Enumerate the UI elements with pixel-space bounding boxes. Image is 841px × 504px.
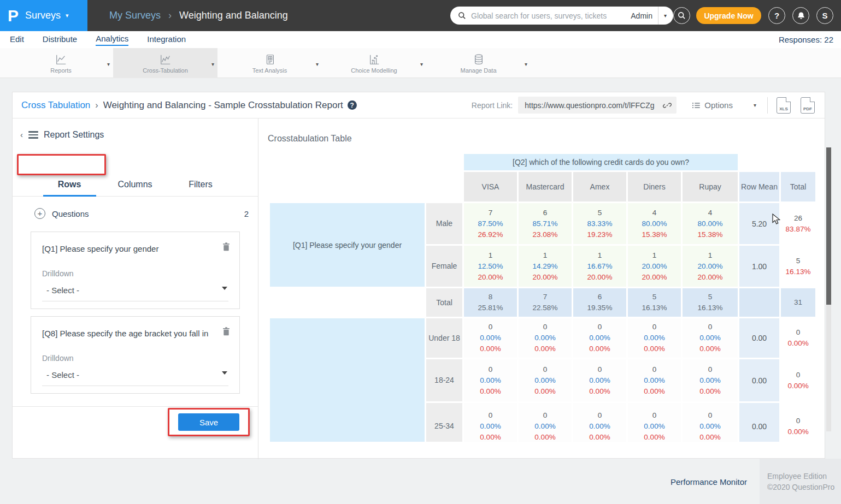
account-avatar[interactable]: S: [816, 7, 833, 24]
avatar-letter: S: [822, 11, 827, 20]
search-icon: [458, 11, 466, 20]
row-label: Under 18: [426, 318, 462, 358]
dropdown-caret-icon[interactable]: ▾: [316, 61, 319, 67]
add-question-button[interactable]: +: [34, 208, 45, 219]
delete-question-button[interactable]: [222, 327, 231, 339]
scrollbar-thumb[interactable]: [826, 147, 831, 305]
options-menu[interactable]: Options: [692, 100, 733, 110]
report-settings-toggle[interactable]: ‹ Report Settings: [20, 129, 104, 140]
toolbar-text-analysis[interactable]: Text Analysis ▾: [217, 48, 322, 78]
report-link-url[interactable]: https://www.questionpro.com/t/lFFCZg: [525, 101, 662, 110]
report-link-box[interactable]: https://www.questionpro.com/t/lFFCZg: [518, 97, 677, 114]
save-button[interactable]: Save: [178, 413, 239, 431]
drilldown-label: Drilldown: [42, 269, 74, 278]
select-caret-icon[interactable]: [222, 287, 227, 290]
row-total-cell: 00.00%: [781, 318, 815, 358]
xtab-cell: 480.00%15.38%: [628, 203, 681, 244]
link-icon[interactable]: [662, 100, 672, 110]
export-xls-button[interactable]: XLS: [777, 97, 791, 114]
xtab-cell: 112.50%20.00%: [464, 246, 517, 287]
xtab-cell: 120.00%20.00%: [683, 246, 738, 287]
tab-integration[interactable]: Integration: [147, 34, 186, 45]
crosstab-title: Crosstabulation Table: [268, 134, 352, 144]
col-header-mastercard: Mastercard: [519, 172, 572, 201]
row-label: 25-34: [426, 403, 462, 442]
search-input[interactable]: [471, 11, 631, 20]
table-row-male: [Q1] Please specify your gender Male 787…: [270, 203, 815, 244]
xtab-cell: 116.67%20.00%: [573, 246, 626, 287]
xtab-cell: 685.71%23.08%: [519, 203, 572, 244]
tab-distribute[interactable]: Distribute: [43, 34, 77, 45]
xtab-cell: 825.81%: [464, 288, 517, 317]
xtab-cell: 00.00%0.00%: [464, 403, 517, 442]
toolbar-reports[interactable]: Reports ▾: [9, 48, 113, 78]
breadcrumb-my-surveys[interactable]: My Surveys: [109, 10, 161, 21]
search-button[interactable]: [673, 7, 690, 24]
upgrade-now-button[interactable]: Upgrade Now: [696, 7, 761, 24]
report-title: Weighting and Balancing - Sample Crossta…: [103, 100, 343, 111]
help-button[interactable]: ?: [768, 7, 785, 24]
questions-label: Questions: [52, 209, 89, 218]
database-icon: [473, 52, 485, 66]
xtab-cell: 619.35%: [573, 288, 626, 317]
tab-filters[interactable]: Filters: [168, 180, 233, 189]
row-mean-cell: 0.00: [739, 318, 779, 358]
drilldown-select[interactable]: - Select -: [46, 370, 79, 380]
search-scope-caret-icon[interactable]: ▾: [664, 13, 667, 19]
help-icon[interactable]: ?: [348, 100, 357, 110]
cross-tabulation-link[interactable]: Cross Tabulation: [21, 100, 90, 111]
row-group-q1: [Q1] Please specify your gender: [270, 203, 425, 287]
xtab-cell: 120.00%20.00%: [628, 246, 681, 287]
options-caret-icon[interactable]: ▾: [754, 102, 756, 108]
edition-line1: Employee Edition: [767, 471, 841, 482]
row-label: Female: [426, 246, 462, 287]
divider: [42, 301, 228, 301]
hamburger-icon: [28, 129, 38, 140]
top-header: P Surveys ▾ My Surveys › Weighting and B…: [0, 0, 841, 31]
xtab-cell: 00.00%0.00%: [519, 318, 572, 358]
trash-icon: [222, 242, 231, 252]
row-total-cell: 2683.87%: [781, 203, 815, 244]
search-scope[interactable]: Admin: [631, 11, 652, 20]
performance-monitor-link[interactable]: Performance Monitor: [671, 477, 747, 487]
row-total-cell: 00.00%: [781, 359, 815, 401]
row-total-cell: 516.13%: [781, 246, 815, 287]
breadcrumb: My Surveys › Weighting and Balancing: [109, 0, 288, 31]
question-card-q8: [Q8] Please specify the age bracket you …: [31, 316, 240, 394]
report-settings-label: Report Settings: [44, 130, 104, 140]
dropdown-caret-icon[interactable]: ▾: [525, 61, 527, 67]
xtab-cell: 00.00%0.00%: [683, 403, 738, 442]
notifications-button[interactable]: [792, 7, 809, 24]
options-label: Options: [704, 100, 733, 110]
surveys-menu[interactable]: P Surveys ▾: [0, 0, 87, 31]
dropdown-caret-icon[interactable]: ▾: [420, 61, 423, 67]
page-footer: Performance Monitor Employee Edition ©20…: [0, 459, 841, 504]
report-link-label: Report Link:: [472, 101, 513, 110]
dropdown-caret-icon[interactable]: ▾: [211, 61, 214, 67]
tab-analytics[interactable]: Analytics: [96, 34, 128, 46]
global-search[interactable]: Admin ▾: [450, 7, 673, 25]
export-pdf-button[interactable]: PDF: [801, 97, 815, 114]
xtab-cell: 00.00%0.00%: [628, 318, 681, 358]
column-question-header: [Q2] which of the following credit cards…: [464, 154, 738, 170]
row-label: 18-24: [426, 359, 462, 401]
tab-columns[interactable]: Columns: [102, 180, 168, 189]
select-caret-icon[interactable]: [222, 371, 227, 375]
toolbar-choice-modelling[interactable]: Choice Modelling ▾: [322, 48, 426, 78]
delete-question-button[interactable]: [222, 242, 231, 254]
question-title: [Q8] Please specify the age bracket you …: [42, 329, 213, 338]
tab-edit[interactable]: Edit: [10, 34, 24, 45]
xtab-cell: 480.00%15.38%: [683, 203, 738, 244]
row-mean-cell: [739, 288, 779, 317]
toolbar-manage-data[interactable]: Manage Data ▾: [426, 48, 531, 78]
crosstab-table-container[interactable]: [Q2] which of the following credit cards…: [268, 152, 820, 442]
questionpro-logo: P: [8, 7, 19, 25]
tab-rows[interactable]: Rows: [37, 180, 102, 189]
scatter-chart-icon: [368, 52, 381, 66]
dropdown-caret-icon[interactable]: ▾: [107, 61, 110, 67]
drilldown-select[interactable]: - Select -: [46, 286, 79, 295]
toolbar-cross-tabulation[interactable]: Cross-Tabulation ▾: [113, 48, 217, 78]
xtab-cell: 722.58%: [519, 288, 572, 317]
col-header-diners: Diners: [628, 172, 681, 201]
responses-count: Responses: 22: [779, 35, 833, 44]
